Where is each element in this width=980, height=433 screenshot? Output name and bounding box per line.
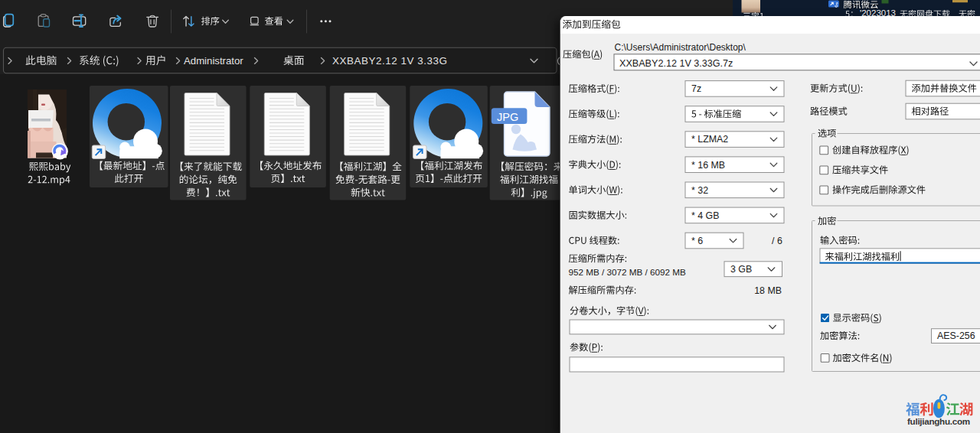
svg-text:* LZMA2: * LZMA2 (691, 134, 728, 145)
svg-text:3 GB: 3 GB (730, 264, 752, 275)
svg-text:18 MB: 18 MB (754, 285, 782, 296)
svg-text:* 16 MB: * 16 MB (691, 160, 725, 171)
svg-text:C:\Users\Administrator\Desktop: C:\Users\Administrator\Desktop\ (615, 42, 746, 53)
svg-text:fulijianghu.com: fulijianghu.com (907, 416, 970, 426)
svg-text:952 MB / 3072 MB / 6092 MB: 952 MB / 3072 MB / 6092 MB (569, 267, 687, 277)
svg-text:XXBABY2.12 1V 3.33G.7z: XXBABY2.12 1V 3.33G.7z (619, 58, 733, 69)
svg-text:/ 6: / 6 (772, 236, 782, 246)
svg-text:* 6: * 6 (691, 236, 703, 246)
svg-text:7z: 7z (691, 83, 701, 94)
svg-text:* 32: * 32 (691, 185, 708, 196)
svg-text:AES-256: AES-256 (937, 330, 975, 341)
svg-text:* 4 GB: * 4 GB (691, 210, 720, 221)
